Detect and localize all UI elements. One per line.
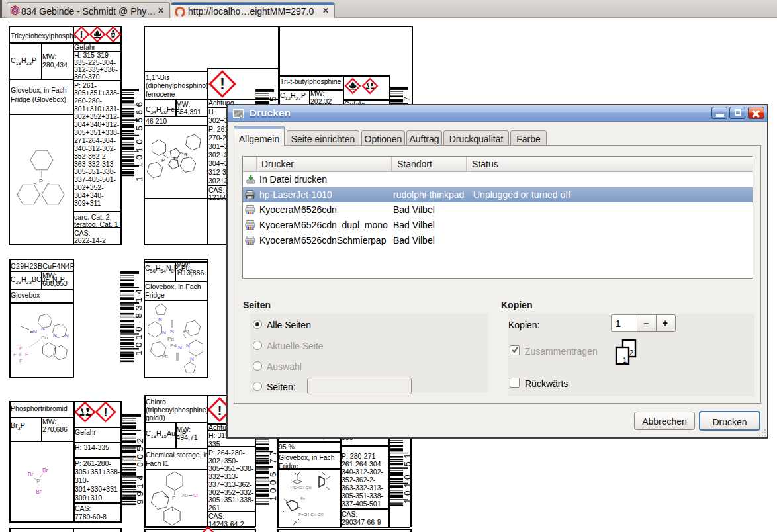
svg-text:N: N bbox=[41, 326, 45, 332]
svg-text:N: N bbox=[53, 333, 57, 339]
svg-text:P: P bbox=[172, 495, 175, 501]
svg-text:P: P bbox=[184, 152, 187, 157]
svg-text:HC=CH-CH: HC=CH-CH bbox=[291, 486, 312, 490]
svg-text:Cl: Cl bbox=[193, 493, 198, 498]
svg-text:N: N bbox=[162, 330, 166, 335]
svg-text:2: 2 bbox=[629, 349, 633, 357]
svg-text:N: N bbox=[158, 316, 162, 322]
svg-text:Fe: Fe bbox=[300, 496, 306, 500]
svg-text:N: N bbox=[178, 345, 182, 351]
svg-text:P: P bbox=[161, 157, 165, 163]
svg-text:Br: Br bbox=[28, 471, 34, 478]
svg-text:N: N bbox=[65, 333, 69, 339]
svg-text:B: B bbox=[19, 352, 22, 357]
svg-text:N: N bbox=[33, 329, 37, 335]
svg-text:!: ! bbox=[218, 402, 222, 418]
svg-text:N: N bbox=[170, 328, 174, 334]
svg-text:P: P bbox=[36, 478, 40, 484]
svg-text:Ph: Ph bbox=[162, 354, 168, 359]
svg-text:N: N bbox=[190, 356, 194, 362]
svg-text:Pd: Pd bbox=[167, 336, 174, 342]
svg-text:Br: Br bbox=[36, 488, 42, 495]
svg-text:Pd: Pd bbox=[170, 343, 177, 349]
svg-text:1: 1 bbox=[623, 356, 627, 364]
svg-text:F: F bbox=[19, 358, 23, 364]
svg-text:P: P bbox=[39, 178, 43, 185]
svg-text:F: F bbox=[19, 345, 23, 351]
svg-text:N: N bbox=[186, 343, 190, 349]
svg-text:Br: Br bbox=[42, 467, 48, 474]
svg-text:F: F bbox=[13, 351, 17, 357]
svg-text:Cu: Cu bbox=[41, 335, 48, 341]
svg-text:!: ! bbox=[104, 406, 108, 419]
svg-text:Ph: Ph bbox=[183, 329, 189, 333]
svg-text:P=CH-CH-CH: P=CH-CH-CH bbox=[298, 513, 324, 517]
svg-text:F: F bbox=[25, 351, 28, 357]
svg-text:!: ! bbox=[80, 29, 83, 40]
svg-text:!: ! bbox=[220, 75, 225, 93]
svg-text:Au: Au bbox=[182, 493, 188, 498]
